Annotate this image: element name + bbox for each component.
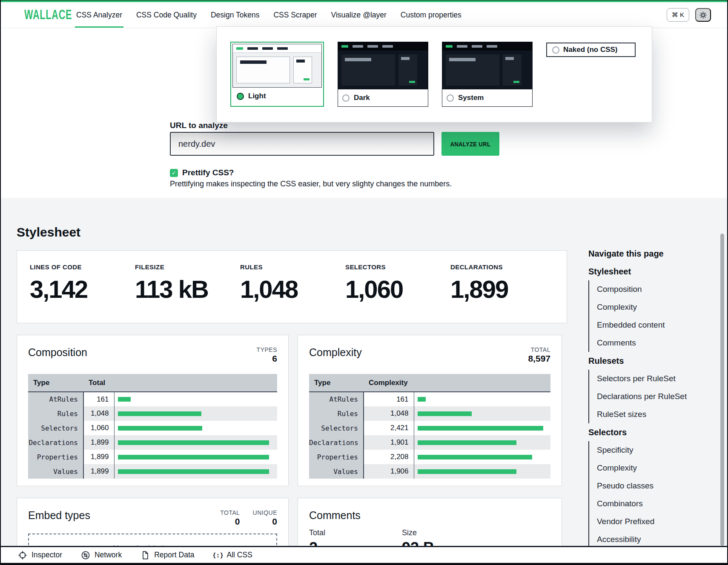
nav-item-css-scraper[interactable]: CSS Scraper — [273, 2, 317, 28]
value-bar — [118, 397, 131, 402]
scrollbar-thumb[interactable] — [720, 234, 724, 546]
svg-text:{:}: {:} — [213, 551, 223, 559]
table-row: Rules 1,048 — [28, 406, 277, 421]
table-row: Properties 1,899 — [28, 450, 277, 464]
radio-light[interactable] — [237, 93, 244, 100]
page-nav-link-selector-complexity[interactable]: Complexity — [597, 459, 712, 477]
table-row: Declarations 1,899 — [28, 435, 277, 450]
value-bar — [118, 411, 201, 416]
crosshair-icon — [18, 551, 27, 560]
radio-naked[interactable] — [552, 46, 559, 54]
prettify-checkbox[interactable]: ✓ — [170, 169, 178, 177]
inspector-tab[interactable]: Inspector — [18, 551, 62, 560]
page-nav-group-stylesheet: Stylesheet Composition Complexity Embedd… — [588, 263, 712, 352]
table-row: Declarations 1,901 — [309, 435, 550, 450]
value-bar — [418, 411, 472, 416]
stylesheet-stats-card: LINES OF CODE 3,142 FILESIZE 113 kB RULE… — [17, 250, 567, 323]
table-row: Selectors 1,060 — [28, 421, 277, 435]
theme-option-naked[interactable]: Naked (no CSS) — [546, 43, 636, 57]
theme-option-light[interactable]: Light — [230, 42, 324, 107]
url-form-row: ANALYZE URL — [170, 132, 499, 156]
topbar-actions: ⌘ K — [667, 2, 711, 28]
dark-theme-preview — [338, 42, 428, 89]
window-bottom-edge — [1, 563, 727, 565]
system-theme-preview — [442, 42, 532, 89]
page-nav-link-combinators[interactable]: Combinators — [597, 495, 712, 513]
page-nav: Navigate this page Stylesheet Compositio… — [588, 245, 712, 548]
theme-menu: Light Dark — [216, 26, 652, 123]
nav-item-css-code-quality[interactable]: CSS Code Quality — [136, 2, 197, 28]
logo-link[interactable]: WALLACE — [24, 2, 72, 28]
composition-table: Type Total AtRules 161 Rules 1,048 Selec… — [28, 374, 277, 479]
stat-rules: RULES 1,048 — [240, 263, 345, 323]
table-row: Values 1,906 — [309, 464, 550, 479]
app-window: WALLACE CSS Analyzer CSS Code Quality De… — [0, 0, 728, 565]
top-nav-bar: WALLACE CSS Analyzer CSS Code Quality De… — [1, 2, 727, 28]
theme-toggle-button[interactable] — [695, 8, 711, 22]
light-theme-preview — [232, 44, 322, 88]
stat-selectors: SELECTORS 1,060 — [345, 263, 450, 323]
table-row: Properties 2,208 — [309, 450, 550, 464]
prettify-option-row: ✓ Prettify CSS? — [170, 168, 234, 177]
theme-option-system[interactable]: System — [442, 42, 533, 107]
stat-declarations: DECLARATIONS 1,899 — [450, 263, 556, 323]
nav-item-custom-properties[interactable]: Custom properties — [401, 2, 461, 28]
report-section: Stylesheet LINES OF CODE 3,142 FILESIZE … — [1, 198, 727, 565]
page-nav-link-selectors-per-ruleset[interactable]: Selectors per RuleSet — [597, 370, 712, 388]
nav-item-css-analyzer[interactable]: CSS Analyzer — [76, 2, 122, 28]
page-nav-link-complexity[interactable]: Complexity — [597, 298, 712, 316]
network-tab[interactable]: Network — [81, 551, 122, 560]
complexity-title: Complexity — [309, 346, 362, 359]
page-nav-link-specificity[interactable]: Specificity — [597, 441, 712, 459]
table-row: Values 1,899 — [28, 464, 277, 479]
url-input[interactable] — [170, 132, 434, 156]
bottom-toolbar: Inspector Network Report Data {:} — [1, 546, 727, 563]
composition-meta: TYPES 6 — [257, 346, 277, 364]
file-icon — [140, 551, 150, 560]
table-row: Rules 1,048 — [309, 406, 550, 421]
composition-card: Composition TYPES 6 Type Total AtRules 1… — [17, 335, 289, 486]
nav-item-design-tokens[interactable]: Design Tokens — [211, 2, 259, 28]
page-nav-group-rulesets: Rulesets Selectors per RuleSet Declarati… — [588, 352, 712, 423]
command-palette-button[interactable]: ⌘ K — [667, 8, 689, 22]
page-nav-link-vendor-prefixed[interactable]: Vendor Prefixed — [597, 513, 712, 531]
radio-system[interactable] — [447, 94, 454, 102]
value-bar — [118, 440, 269, 445]
analyze-url-button[interactable]: ANALYZE URL — [441, 132, 499, 156]
page-nav-link-ruleset-sizes[interactable]: RuleSet sizes — [597, 405, 712, 423]
page-title: Stylesheet — [17, 225, 80, 240]
complexity-table: Type Complexity AtRules 161 Rules 1,048 … — [309, 374, 550, 479]
report-data-tab[interactable]: Report Data — [140, 551, 194, 560]
theme-option-dark[interactable]: Dark — [338, 42, 428, 107]
complexity-card: Complexity TOTAL 8,597 Type Complexity A… — [298, 335, 562, 486]
page-nav-link-comments[interactable]: Comments — [597, 334, 712, 352]
page-nav-link-declarations-per-ruleset[interactable]: Declarations per RuleSet — [597, 388, 712, 405]
comments-title: Comments — [309, 509, 361, 522]
page-nav-link-embedded-content[interactable]: Embedded content — [597, 316, 712, 334]
value-bar — [118, 455, 269, 459]
page-nav-link-selectors[interactable]: Selectors — [588, 423, 712, 441]
value-bar — [118, 426, 203, 431]
primary-nav: CSS Analyzer CSS Code Quality Design Tok… — [76, 2, 461, 28]
page-nav-link-stylesheet[interactable]: Stylesheet — [588, 263, 712, 280]
prettify-description: Prettifying makes inspecting the CSS eas… — [170, 180, 452, 188]
wallace-logo: WALLACE — [24, 7, 72, 23]
table-row: AtRules 161 — [28, 392, 277, 406]
network-icon — [81, 551, 90, 560]
value-bar — [418, 440, 516, 445]
nav-item-visualize-layer[interactable]: Visualize @layer — [331, 2, 387, 28]
all-css-tab[interactable]: {:} All CSS — [213, 551, 252, 560]
embed-unique-meta: UNIQUE 0 — [253, 509, 277, 527]
radio-dark[interactable] — [342, 94, 350, 102]
stat-filesize: FILESIZE 113 kB — [135, 263, 240, 323]
page-nav-link-composition[interactable]: Composition — [597, 280, 712, 298]
page-nav-link-pseudo-classes[interactable]: Pseudo classes — [597, 477, 712, 495]
page-nav-link-rulesets[interactable]: Rulesets — [588, 352, 712, 370]
value-bar — [118, 469, 269, 474]
top-accent-bar — [1, 0, 727, 2]
value-bar — [418, 426, 543, 431]
page-nav-title: Navigate this page — [588, 245, 712, 263]
table-row: AtRules 161 — [309, 392, 550, 406]
stat-lines-of-code: LINES OF CODE 3,142 — [30, 263, 135, 323]
page-nav-group-selectors: Selectors Specificity Complexity Pseudo … — [588, 423, 712, 548]
